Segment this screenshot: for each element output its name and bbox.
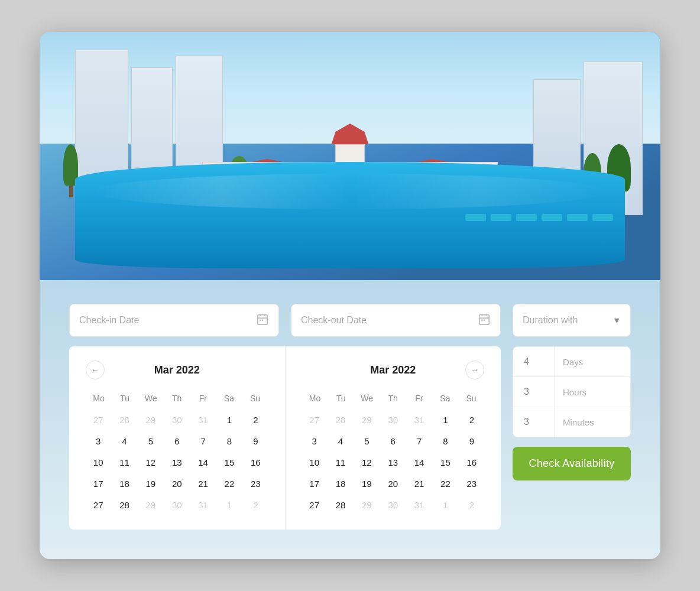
sunbed [592,214,613,221]
calendar-day[interactable]: 3 [86,431,111,452]
days-left: 2728293031123456789101112131415161718192… [86,410,268,515]
duration-dropdown[interactable]: Duration with ▼ [513,304,631,337]
calendar-day[interactable]: 10 [302,453,327,473]
calendar-day: 29 [354,410,379,430]
weekday: Fr [190,391,216,405]
calendar-day: 31 [407,495,432,515]
calendar-day[interactable]: 20 [381,474,406,494]
weekday: We [354,391,380,405]
date-inputs: Check-in Date Check-out D [69,304,501,337]
calendar-day[interactable]: 22 [217,474,242,494]
weekday: Mo [302,391,328,405]
calendar-day[interactable]: 6 [164,431,189,452]
calendar-day[interactable]: 14 [190,453,215,473]
calendar-day[interactable]: 10 [86,453,111,473]
calendar-day[interactable]: 17 [86,474,111,494]
sunbed [465,214,486,221]
calendar-day[interactable]: 7 [190,431,215,452]
calendar-day[interactable]: 21 [407,474,432,494]
calendar-day[interactable]: 1 [217,410,242,430]
calendar-day[interactable]: 13 [381,453,406,473]
calendar-day[interactable]: 27 [302,495,327,515]
calendar-day[interactable]: 27 [86,495,111,515]
hotel-image [40,32,660,280]
calendar-day: 31 [190,410,215,430]
sunbed [542,214,562,221]
checkout-field[interactable]: Check-out Date [291,304,501,337]
calendar-day[interactable]: 18 [112,474,137,494]
calendar-day[interactable]: 5 [138,431,163,452]
calendar-day: 31 [407,410,432,430]
calendar-day: 2 [243,495,268,515]
calendar-day[interactable]: 11 [112,453,137,473]
days-right: 2728293031123456789101112131415161718192… [302,410,485,515]
calendar-day[interactable]: 14 [407,453,432,473]
calendar-day[interactable]: 21 [190,474,215,494]
calendar-day[interactable]: 12 [138,453,163,473]
calendar-day[interactable]: 23 [459,474,484,494]
calendar-right-grid: Mo Tu We Th Fr Sa Su 2728293031123456789… [302,391,485,515]
calendar-day[interactable]: 8 [217,431,242,452]
calendar-day[interactable]: 8 [433,431,458,452]
calendar-day[interactable]: 19 [138,474,163,494]
calendar-day: 29 [354,495,379,515]
weekday: Tu [328,391,354,405]
calendar-day[interactable]: 17 [302,474,327,494]
weekday: Fr [406,391,432,405]
calendar-day: 28 [112,410,137,430]
calendar-day[interactable]: 15 [433,453,458,473]
hours-label: Hours [555,378,595,407]
calendar-day[interactable]: 20 [164,474,189,494]
minutes-row: Minutes [513,407,630,437]
days-row: Days [513,347,630,377]
calendar-day[interactable]: 16 [243,453,268,473]
calendar-left: ← Mar 2022 Mo Tu We Th Fr Sa [69,346,285,530]
check-availability-button[interactable]: Check Availability [513,447,631,480]
weekday: Tu [112,391,138,405]
days-input[interactable] [513,347,555,376]
calendar-day[interactable]: 19 [354,474,379,494]
calendar-day: 30 [164,410,189,430]
calendar-left-grid: Mo Tu We Th Fr Sa Su 2728293031123456789… [86,391,268,515]
calendar-day: 30 [381,410,406,430]
calendar-day[interactable]: 28 [328,495,353,515]
calendar-day[interactable]: 2 [459,410,484,430]
next-month-button[interactable]: → [465,361,484,379]
calendar-day[interactable]: 4 [112,431,137,452]
weekday: We [138,391,164,405]
calendar-day[interactable]: 11 [328,453,353,473]
calendar-day[interactable]: 9 [459,431,484,452]
prev-month-button[interactable]: ← [86,361,105,379]
minutes-label: Minutes [555,408,602,437]
duration-inputs: Days Hours Minutes [513,346,631,437]
calendar-day[interactable]: 4 [328,431,353,452]
calendar-day[interactable]: 12 [354,453,379,473]
calendar-card: ← Mar 2022 Mo Tu We Th Fr Sa [69,346,501,530]
weekday: Su [242,391,268,405]
weekday: Mo [86,391,112,405]
calendar-day[interactable]: 1 [433,410,458,430]
checkout-placeholder: Check-out Date [301,315,367,326]
checkin-field[interactable]: Check-in Date [69,304,279,337]
calendar-day[interactable]: 7 [407,431,432,452]
checkout-calendar-icon [478,313,491,329]
calendar-day[interactable]: 6 [381,431,406,452]
calendar-day[interactable]: 15 [217,453,242,473]
calendar-day[interactable]: 23 [243,474,268,494]
calendar-left-header: ← Mar 2022 [86,361,268,379]
calendar-day[interactable]: 22 [433,474,458,494]
calendar-day[interactable]: 18 [328,474,353,494]
calendar-day[interactable]: 3 [302,431,327,452]
app-container: Check-in Date Check-out D [40,32,660,559]
hours-input[interactable] [513,377,555,407]
calendar-day[interactable]: 2 [243,410,268,430]
weekday: Th [164,391,190,405]
duration-panel: Days Hours Minutes Check Availability [513,346,631,480]
calendar-day[interactable]: 16 [459,453,484,473]
calendar-day[interactable]: 9 [243,431,268,452]
weekday: Su [458,391,484,405]
calendar-day[interactable]: 13 [164,453,189,473]
calendar-day[interactable]: 28 [112,495,137,515]
calendar-day[interactable]: 5 [354,431,379,452]
minutes-input[interactable] [513,407,555,437]
